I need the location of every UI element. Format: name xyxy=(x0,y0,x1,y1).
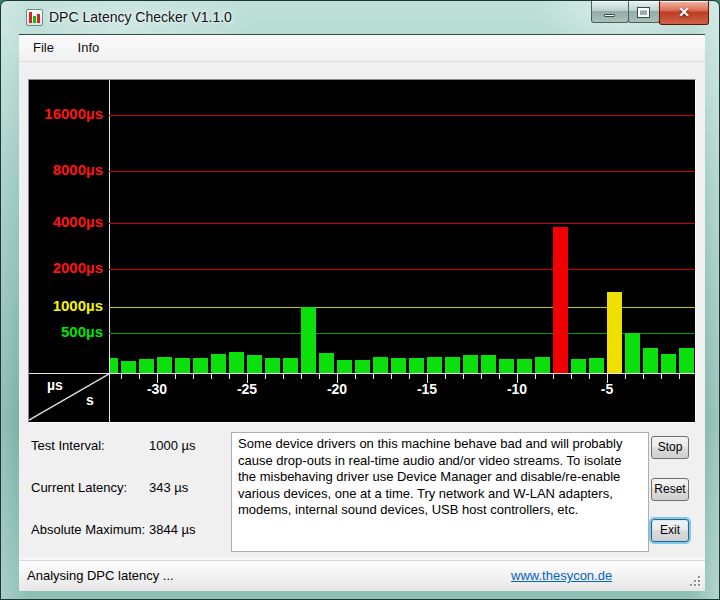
maximize-button[interactable] xyxy=(628,1,660,23)
y-axis-label-16000: 16000µs xyxy=(29,105,103,122)
latency-bar xyxy=(265,358,280,373)
y-axis-label-500: 500µs xyxy=(29,323,103,340)
latency-bar xyxy=(517,359,532,373)
x-axis-tick xyxy=(283,374,284,379)
latency-bar xyxy=(247,355,262,373)
test-interval-label: Test Interval: xyxy=(31,438,105,453)
y-axis-label-1000: 1000µs xyxy=(29,297,103,314)
x-axis-tick xyxy=(535,374,536,379)
resize-grip[interactable] xyxy=(688,574,701,587)
latency-bar xyxy=(301,307,316,373)
x-axis-tick xyxy=(463,374,464,379)
x-axis-tick xyxy=(679,374,680,379)
menu-bar: File Info xyxy=(19,35,705,62)
maximize-icon xyxy=(638,8,649,17)
axis-corner-diagonal xyxy=(29,374,109,422)
chart-plot-area: µs s 16000µs8000µs4000µs2000µs1000µs500µ… xyxy=(29,80,695,422)
x-axis-tick xyxy=(553,374,554,379)
latency-bar xyxy=(229,352,244,373)
current-latency-value: 343 µs xyxy=(149,480,188,495)
x-axis-line xyxy=(29,373,695,374)
x-axis-tick xyxy=(571,374,572,379)
latency-bar xyxy=(110,358,118,373)
latency-bar xyxy=(535,357,550,373)
app-icon xyxy=(26,9,43,26)
absolute-maximum-label: Absolute Maximum: xyxy=(31,522,145,537)
exit-button[interactable]: Exit xyxy=(651,519,689,542)
x-axis-tick xyxy=(499,374,500,379)
latency-bar xyxy=(481,355,496,373)
gridline-8000 xyxy=(109,171,695,172)
test-interval-value: 1000 µs xyxy=(149,438,196,453)
y-axis-label-4000: 4000µs xyxy=(29,213,103,230)
x-axis-tick-label: -5 xyxy=(585,381,629,397)
gridline-2000 xyxy=(109,269,695,270)
minimize-button[interactable] xyxy=(591,1,629,23)
x-axis-tick xyxy=(625,374,626,379)
x-axis-tick-label: -15 xyxy=(405,381,449,397)
x-axis-tick xyxy=(319,374,320,379)
status-text: Analysing DPC latency ... xyxy=(27,568,174,583)
x-axis-tick-label: -30 xyxy=(135,381,179,397)
latency-bar xyxy=(283,358,298,373)
latency-bar xyxy=(355,360,370,373)
latency-bar xyxy=(139,359,154,373)
latency-bar xyxy=(445,357,460,373)
latency-bar xyxy=(553,227,568,373)
latency-bar xyxy=(319,353,334,373)
y-axis-label-8000: 8000µs xyxy=(29,161,103,178)
stop-button[interactable]: Stop xyxy=(651,436,689,459)
x-axis-tick xyxy=(211,374,212,379)
x-axis-tick xyxy=(643,374,644,379)
minimize-icon xyxy=(604,14,615,17)
latency-bar xyxy=(661,354,676,373)
x-axis-tick xyxy=(391,374,392,379)
window-controls: ✕ xyxy=(592,1,709,26)
status-bar: Analysing DPC latency ... www.thesycon.d… xyxy=(19,560,705,591)
x-axis-tick xyxy=(139,374,140,379)
latency-bar xyxy=(463,355,478,373)
x-axis-unit-label: s xyxy=(86,392,94,408)
x-axis-tick xyxy=(409,374,410,379)
x-axis-tick xyxy=(193,374,194,379)
x-axis-tick xyxy=(265,374,266,379)
x-axis-tick xyxy=(373,374,374,379)
latency-bar xyxy=(193,358,208,373)
x-axis-tick-label: -25 xyxy=(225,381,269,397)
app-window: DPC Latency Checker V1.1.0 ✕ File Info µ… xyxy=(0,0,720,600)
latency-bar xyxy=(175,358,190,373)
x-axis-tick xyxy=(355,374,356,379)
current-latency-label: Current Latency: xyxy=(31,480,127,495)
latency-bar xyxy=(499,359,514,373)
absolute-maximum-value: 3844 µs xyxy=(149,522,196,537)
latency-bar xyxy=(157,357,172,373)
close-button[interactable]: ✕ xyxy=(659,1,709,25)
x-axis-tick-label: -10 xyxy=(495,381,539,397)
latency-bar xyxy=(643,348,658,373)
y-axis-label-2000: 2000µs xyxy=(29,259,103,276)
latency-bar xyxy=(211,354,226,373)
close-icon: ✕ xyxy=(660,4,708,20)
latency-bar xyxy=(337,360,352,373)
latency-bar xyxy=(391,358,406,373)
menu-info[interactable]: Info xyxy=(68,35,110,62)
latency-bar xyxy=(121,361,136,373)
latency-bar xyxy=(679,348,694,373)
latency-bar xyxy=(409,358,424,373)
latency-bar xyxy=(625,333,640,373)
gridline-4000 xyxy=(109,223,695,224)
diagnosis-textbox[interactable]: Some device drivers on this machine beha… xyxy=(231,432,649,552)
window-title: DPC Latency Checker V1.1.0 xyxy=(49,9,232,25)
menu-file[interactable]: File xyxy=(23,35,64,62)
website-link[interactable]: www.thesycon.de xyxy=(511,568,612,583)
latency-bar xyxy=(607,292,622,373)
latency-bar xyxy=(571,359,586,373)
x-axis-tick xyxy=(445,374,446,379)
x-axis-tick xyxy=(481,374,482,379)
title-bar[interactable]: DPC Latency Checker V1.1.0 ✕ xyxy=(1,1,720,34)
x-axis-tick xyxy=(121,374,122,379)
x-axis-tick xyxy=(589,374,590,379)
reset-button[interactable]: Reset xyxy=(651,478,689,501)
y-axis-unit-label: µs xyxy=(47,377,63,393)
x-axis-tick xyxy=(661,374,662,379)
